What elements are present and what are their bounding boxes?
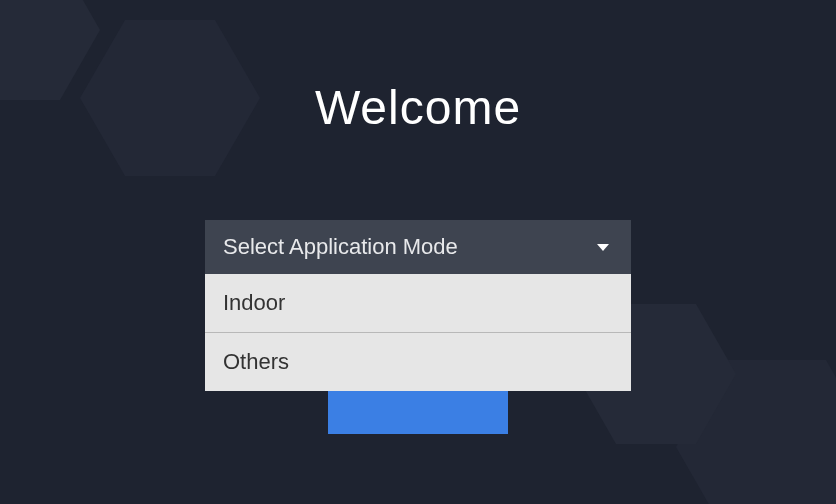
- dropdown-option-others[interactable]: Others: [205, 333, 631, 391]
- dropdown-option-indoor[interactable]: Indoor: [205, 274, 631, 333]
- dropdown-placeholder: Select Application Mode: [223, 234, 458, 260]
- application-mode-dropdown[interactable]: Select Application Mode Indoor Others: [205, 220, 631, 391]
- dropdown-options-list: Indoor Others: [205, 274, 631, 391]
- dropdown-header[interactable]: Select Application Mode: [205, 220, 631, 274]
- page-title: Welcome: [315, 80, 521, 135]
- caret-down-icon: [597, 244, 609, 251]
- submit-button[interactable]: [328, 390, 508, 434]
